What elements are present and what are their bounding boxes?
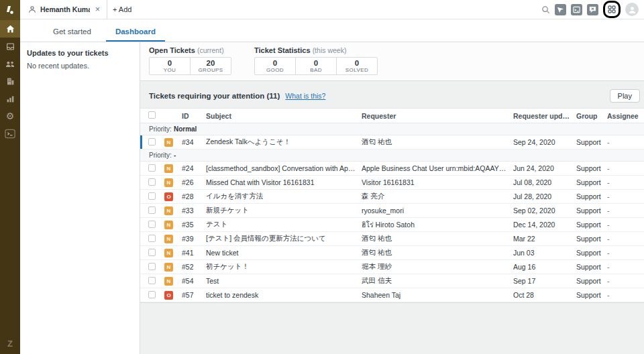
row-checkbox[interactable] — [148, 235, 156, 242]
stat-solved[interactable]: 0SOLVED — [336, 57, 378, 75]
table-row[interactable]: O#28イルカを消す方法森 亮介Jul 28, 2020Support- — [140, 190, 644, 204]
table-row[interactable]: N#54Test武田 信夫Sep 17Support- — [140, 274, 644, 288]
reporting-icon — [6, 95, 15, 103]
status-badge-open: O — [164, 192, 173, 201]
row-checkbox[interactable] — [148, 277, 156, 284]
ticket-group: Support — [576, 277, 607, 285]
sidebar-item-organizations[interactable] — [0, 72, 20, 90]
topbar: Hemanth Kumar × + Add — [20, 0, 644, 19]
ticket-subject[interactable]: New ticket — [206, 249, 362, 257]
ticket-subject[interactable]: イルカを消す方法 — [206, 192, 362, 201]
table-row[interactable]: N#35テストฮิโร่ Hiroto SatohDec 14, 2020Sup… — [140, 218, 644, 232]
terminal-box-icon[interactable] — [571, 4, 582, 15]
tab-close-icon[interactable]: × — [94, 5, 101, 14]
sidebar-item-home[interactable] — [0, 20, 20, 38]
ticket-requester: 酒匂 祐也 — [362, 234, 513, 243]
priority-value: - — [174, 152, 176, 159]
row-checkbox[interactable] — [148, 291, 156, 298]
ticket-subject[interactable]: [テスト] 会員情報の更新方法について — [206, 234, 362, 243]
ticket-subject[interactable]: Missed Chat with Visitor 16161831 — [206, 178, 362, 186]
table-row[interactable]: N#52初チケット！堀本 理紗Aug 16Support- — [140, 260, 644, 274]
table-row[interactable]: N#34Zendesk Talkへようこそ！酒匂 祐也Sep 24, 2020S… — [140, 135, 644, 150]
ticket-requester: Apple Business Chat User urn:mbid:AQAAYz… — [362, 164, 513, 172]
stat-bad[interactable]: 0BAD — [295, 57, 337, 75]
chat-close-icon[interactable] — [587, 4, 598, 15]
table-row[interactable]: N#26Missed Chat with Visitor 16161831Vis… — [140, 176, 644, 190]
ticket-subject[interactable]: ticket to zendesk — [206, 291, 362, 299]
sidebar-item-reporting[interactable] — [0, 90, 20, 107]
ticket-requester: 武田 信夫 — [362, 276, 513, 286]
status-badge-new: N — [164, 206, 173, 215]
status-badge-new: N — [164, 235, 173, 243]
row-checkbox[interactable] — [148, 164, 156, 172]
stat-good[interactable]: 0GOOD — [254, 57, 296, 75]
updates-panel-title: Updates to your tickets — [27, 49, 133, 57]
ticket-id: #33 — [182, 206, 206, 215]
ticket-id: #34 — [182, 138, 206, 146]
sidebar-item-customers[interactable] — [0, 55, 20, 72]
ticket-table-body: Priority:NormalN#34Zendesk Talkへようこそ！酒匂 … — [140, 123, 644, 302]
user-avatar[interactable] — [625, 3, 639, 16]
person-icon — [28, 5, 36, 13]
ticket-tab-hemanth-kumar[interactable]: Hemanth Kumar × — [20, 0, 107, 19]
attention-title: Tickets requiring your attention (11) — [149, 92, 280, 100]
ticket-subject[interactable]: 新規チケット — [206, 206, 362, 215]
ticket-subject[interactable]: Test — [206, 277, 362, 285]
stats-band: Open Tickets (current) 0YOU 20GROUPS Tic… — [140, 42, 644, 81]
play-button[interactable]: Play — [610, 89, 640, 103]
ticket-requester: 森 亮介 — [362, 192, 513, 201]
updates-panel-empty-text: No recent updates. — [27, 62, 133, 70]
home-tabs: Get started Dashboard — [20, 19, 644, 42]
table-row[interactable]: N#41New ticket酒匂 祐也Jun 03Support- — [140, 246, 644, 260]
open-tickets-stat: Open Tickets (current) 0YOU 20GROUPS — [149, 46, 231, 75]
ticket-subject[interactable]: Zendesk Talkへようこそ！ — [206, 137, 362, 147]
app-root: ⚙ Z Hemanth Kumar × + Add — [0, 0, 644, 354]
stat-you[interactable]: 0YOU — [149, 57, 191, 75]
tab-get-started[interactable]: Get started — [44, 27, 101, 42]
ticket-assignee: - — [607, 221, 644, 229]
ticket-updated: Jul 08, 2020 — [513, 178, 576, 186]
row-checkbox[interactable] — [148, 249, 156, 256]
ticket-updated: Sep 17 — [513, 277, 576, 285]
ticket-subject[interactable]: テスト — [206, 220, 362, 229]
ticket-group: Support — [576, 235, 607, 243]
sidebar-item-admin[interactable]: ⚙ — [0, 107, 20, 125]
row-checkbox[interactable] — [148, 192, 156, 200]
pointer-app-icon[interactable] — [555, 4, 566, 15]
stat-groups[interactable]: 20GROUPS — [190, 57, 231, 75]
row-checkbox[interactable] — [148, 138, 156, 145]
ticket-id: #41 — [182, 249, 206, 257]
add-tab-button[interactable]: + Add — [113, 5, 131, 13]
ticket-assignee: - — [607, 206, 644, 215]
annotation-circle — [603, 1, 621, 18]
table-row[interactable]: N#33新規チケットryosuke_moriSep 02, 2020Suppor… — [140, 204, 644, 218]
row-checkbox[interactable] — [148, 221, 156, 228]
ticket-subject[interactable]: [classmethod_sandbox] Conversation with … — [206, 164, 362, 172]
ticket-subject[interactable]: 初チケット！ — [206, 262, 362, 272]
table-row[interactable]: N#39[テスト] 会員情報の更新方法について酒匂 祐也Mar 22Suppor… — [140, 232, 644, 246]
ticket-group: Support — [576, 178, 607, 186]
zendesk-support-logo — [0, 0, 20, 20]
what-is-this-link[interactable]: What is this? — [285, 92, 325, 100]
ticket-updated: Dec 14, 2020 — [513, 221, 576, 229]
status-badge-new: N — [164, 138, 173, 147]
ticket-requester: 酒匂 祐也 — [362, 248, 513, 257]
sidebar-item-terminal-app[interactable] — [0, 125, 20, 142]
ticket-statistics-stat: Ticket Statistics (this week) 0GOOD 0BAD… — [254, 46, 378, 75]
table-row[interactable]: N#24[classmethod_sandbox] Conversation w… — [140, 162, 644, 176]
grid-apps-icon[interactable] — [608, 5, 616, 13]
ticket-id: #52 — [182, 263, 206, 271]
sidebar-item-views[interactable] — [0, 38, 20, 55]
search-icon[interactable] — [541, 5, 550, 14]
table-row[interactable]: O#57ticket to zendeskShaheen TajOct 28Su… — [140, 288, 644, 302]
ticket-requester: Visitor 16161831 — [362, 178, 513, 186]
row-checkbox[interactable] — [148, 263, 156, 270]
product-sidebar: ⚙ Z — [0, 0, 20, 354]
subject-col-header: Subject — [206, 112, 362, 120]
select-all-checkbox[interactable] — [148, 111, 156, 119]
row-checkbox[interactable] — [148, 206, 156, 214]
ticket-group: Support — [576, 164, 607, 172]
ticket-statistics-title: Ticket Statistics (this week) — [254, 46, 378, 54]
tab-dashboard[interactable]: Dashboard — [106, 27, 165, 42]
row-checkbox[interactable] — [148, 178, 156, 186]
